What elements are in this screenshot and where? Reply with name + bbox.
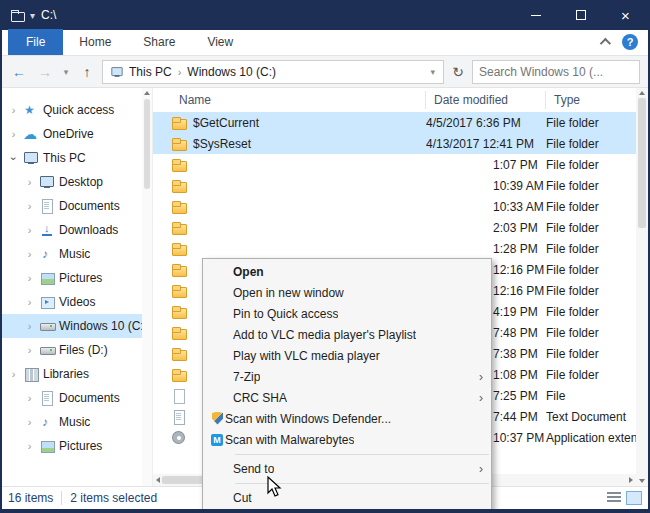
tab-share[interactable]: Share: [127, 29, 191, 55]
close-button[interactable]: ×: [603, 0, 648, 30]
menu-item-copy[interactable]: Copy: [203, 508, 491, 513]
column-header-name[interactable]: Name: [171, 91, 426, 109]
drive-icon: [39, 342, 55, 358]
scroll-down-icon[interactable]: [639, 479, 645, 483]
menu-item-label: Pin to Quick access: [233, 307, 338, 321]
tab-file[interactable]: File: [8, 29, 63, 55]
address-bar[interactable]: This PC›Windows 10 (C:) ▾: [102, 60, 444, 84]
sidebar-scrollbar-thumb[interactable]: [144, 99, 150, 189]
quick-access-toolbar-dropdown-icon[interactable]: ▾: [30, 10, 35, 21]
forward-button[interactable]: →: [34, 64, 56, 80]
menu-item-cut[interactable]: Cut: [203, 487, 491, 508]
scroll-left-icon[interactable]: [156, 477, 160, 483]
details-view-button[interactable]: [606, 491, 622, 505]
type-cell: File folder: [546, 284, 636, 298]
breadcrumb-item[interactable]: This PC: [129, 65, 172, 79]
sidebar-item-libraries[interactable]: ›Libraries: [2, 362, 142, 386]
sidebar-item-pictures[interactable]: ›Pictures: [2, 266, 142, 290]
expander-icon[interactable]: ›: [24, 321, 35, 332]
expander-icon[interactable]: ›: [8, 105, 19, 116]
menu-item-play-with-vlc-media-player[interactable]: Play with VLC media player: [203, 345, 491, 366]
table-row[interactable]: 10:39 AMFile folder: [153, 175, 636, 196]
expander-icon[interactable]: ›: [8, 129, 19, 140]
type-cell: File folder: [546, 263, 636, 277]
expander-icon[interactable]: ›: [24, 177, 35, 188]
up-button[interactable]: ↑: [76, 64, 98, 80]
expander-icon[interactable]: ›: [8, 369, 19, 380]
minimize-button[interactable]: [513, 0, 558, 30]
menu-item-label: Cut: [233, 491, 252, 505]
sidebar-item-music[interactable]: ›Music: [2, 410, 142, 434]
table-row[interactable]: 1:07 PMFile folder: [153, 154, 636, 175]
sidebar-item-downloads[interactable]: ›Downloads: [2, 218, 142, 242]
menu-separator: [235, 483, 489, 484]
search-input[interactable]: [472, 60, 640, 84]
expander-icon[interactable]: ›: [24, 273, 35, 284]
back-button[interactable]: ←: [8, 64, 30, 80]
menu-item-pin-to-quick-access[interactable]: Pin to Quick access: [203, 303, 491, 324]
scroll-up-icon[interactable]: [639, 91, 645, 95]
menu-item-open[interactable]: Open: [203, 261, 491, 282]
sidebar-item-files-d[interactable]: ›Files (D:): [2, 338, 142, 362]
expander-icon[interactable]: ›: [24, 249, 35, 260]
sidebar-item-videos[interactable]: ›Videos: [2, 290, 142, 314]
folder-icon[interactable]: [10, 8, 26, 22]
recent-locations-dropdown-icon[interactable]: ▾: [60, 67, 72, 77]
menu-icon-gutter: [209, 490, 233, 506]
table-row[interactable]: $SysReset4/13/2017 12:41 PMFile folder: [153, 133, 636, 154]
scroll-right-icon[interactable]: [629, 477, 633, 483]
tab-home[interactable]: Home: [63, 29, 127, 55]
type-cell: File folder: [546, 326, 636, 340]
scroll-up-icon[interactable]: [144, 91, 150, 95]
menu-item-7-zip[interactable]: 7-Zip›: [203, 366, 491, 387]
tab-view[interactable]: View: [191, 29, 249, 55]
sidebar-scrollbar[interactable]: [142, 88, 152, 486]
sidebar-item-quick-access[interactable]: ›Quick access: [2, 98, 142, 122]
menu-item-scan-with-windows-defender[interactable]: Scan with Windows Defender...: [203, 408, 491, 429]
column-header-date-modified[interactable]: Date modified: [426, 91, 546, 109]
table-row[interactable]: 2:03 PMFile folder: [153, 217, 636, 238]
vertical-scrollbar[interactable]: [636, 88, 648, 486]
maximize-button[interactable]: [558, 0, 603, 30]
menu-item-add-to-vlc-media-player-s-playlist[interactable]: Add to VLC media player's Playlist: [203, 324, 491, 345]
refresh-icon[interactable]: ↻: [448, 64, 468, 80]
expander-icon[interactable]: ›: [24, 201, 35, 212]
breadcrumb-item[interactable]: Windows 10 (C:): [187, 65, 276, 79]
thumbnails-view-button[interactable]: [626, 491, 642, 505]
menu-icon-gutter: [209, 264, 233, 280]
sidebar-item-desktop[interactable]: ›Desktop: [2, 170, 142, 194]
sidebar-item-music[interactable]: ›Music: [2, 242, 142, 266]
file-explorer-window: ▾ C:\ × FileHomeShareView ? ← → ▾ ↑ This…: [0, 0, 650, 513]
expander-icon[interactable]: ›: [24, 345, 35, 356]
menu-item-open-in-new-window[interactable]: Open in new window: [203, 282, 491, 303]
sidebar-item-onedrive[interactable]: ›OneDrive: [2, 122, 142, 146]
sidebar-item-label: Pictures: [59, 439, 102, 453]
menu-item-crc-sha[interactable]: CRC SHA›: [203, 387, 491, 408]
sidebar-item-label: Files (D:): [59, 343, 108, 357]
drive-icon: [39, 318, 55, 334]
column-header-type[interactable]: Type: [546, 91, 636, 109]
sidebar-item-label: Windows 10 (C:): [59, 319, 142, 333]
menu-item-scan-with-malwarebytes[interactable]: Scan with Malwarebytes: [203, 429, 491, 450]
sidebar-item-pictures[interactable]: ›Pictures: [2, 434, 142, 458]
expander-icon[interactable]: ›: [24, 297, 35, 308]
table-row[interactable]: 1:28 PMFile folder: [153, 238, 636, 259]
menu-item-label: Send to: [233, 462, 274, 476]
sidebar-item-documents[interactable]: ›Documents: [2, 386, 142, 410]
ribbon-collapse-icon[interactable]: [600, 38, 611, 49]
vertical-scrollbar-thumb[interactable]: [638, 98, 646, 228]
address-dropdown-icon[interactable]: ▾: [426, 67, 439, 77]
sidebar-item-windows-10-c[interactable]: ›Windows 10 (C:): [2, 314, 142, 338]
sidebar-item-documents[interactable]: ›Documents: [2, 194, 142, 218]
table-row[interactable]: $GetCurrent4/5/2017 6:36 PMFile folder: [153, 112, 636, 133]
menu-item-send-to[interactable]: Send to›: [203, 458, 491, 479]
expander-icon[interactable]: ›: [24, 441, 35, 452]
expander-icon[interactable]: ›: [24, 393, 35, 404]
expander-icon[interactable]: ›: [24, 417, 35, 428]
sidebar-item-this-pc[interactable]: ›This PC: [2, 146, 142, 170]
expander-icon[interactable]: ›: [8, 153, 19, 164]
expander-icon[interactable]: ›: [24, 225, 35, 236]
help-icon[interactable]: ?: [622, 34, 638, 50]
table-row[interactable]: 10:33 AMFile folder: [153, 196, 636, 217]
minimize-icon: [531, 15, 541, 16]
